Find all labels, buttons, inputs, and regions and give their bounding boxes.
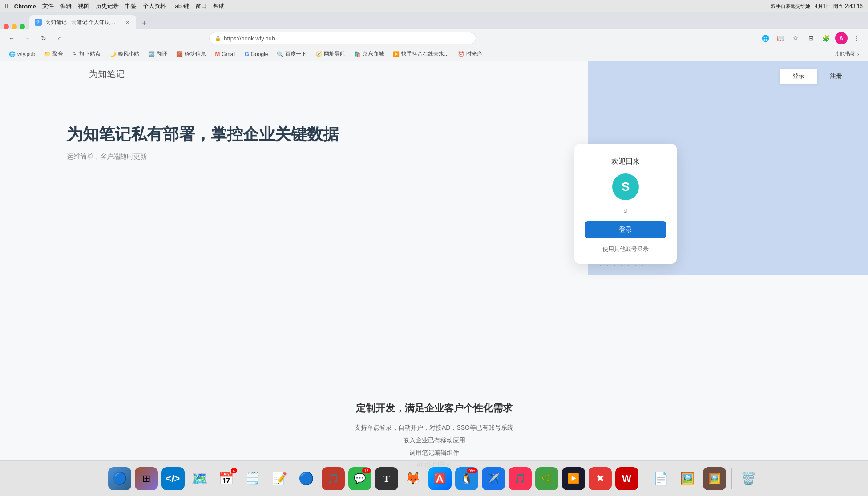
bookmark-label-12: 时光序 (466, 50, 482, 58)
qq-badge: 99+ (467, 468, 477, 473)
bookmark-translate[interactable]: 🔤 翻译 (145, 49, 171, 60)
bookmark-nav[interactable]: 🧭 网址导航 (312, 49, 349, 60)
bookmark-label-10: 京东商城 (363, 50, 384, 58)
bookmark-icon-12: ⏰ (458, 51, 464, 57)
bottom-item-1: 嵌入企业已有移动应用 (0, 436, 868, 444)
dock-trash[interactable]: 🗑️ (737, 467, 760, 490)
maximize-btn[interactable] (20, 24, 25, 29)
website-content: 登录 注册 为知笔记 为知笔记私有部署，掌控企业关键数据 运维简单，客户端随时更… (0, 61, 868, 496)
bookmark-icon-2: 🏳 (72, 51, 77, 57)
bookmark-kuaishou[interactable]: ▶️ 快手抖音在线去水... (389, 49, 452, 60)
dock-calendar[interactable]: 📅 4 (215, 467, 238, 490)
bookmark-baidu[interactable]: 🔍 百度一下 (273, 49, 310, 60)
dock-qq[interactable]: 🐧 99+ (455, 467, 478, 490)
dock-netease[interactable]: 🎵 (322, 467, 345, 490)
bookmark-icon-11: ▶️ (393, 51, 400, 57)
dock-chrome[interactable]: 🔵 (295, 467, 318, 490)
dock-doc[interactable]: 📄 (650, 467, 673, 490)
new-tab-btn[interactable]: + (138, 17, 150, 29)
dock-wechat[interactable]: 💬 17 (348, 467, 371, 490)
bookmark-jd[interactable]: 🛍️ 京东商城 (351, 49, 388, 60)
extension-btn[interactable]: 🧩 (820, 32, 832, 44)
chevron-down-icon: › (857, 51, 859, 57)
login-button[interactable]: 登录 (585, 221, 666, 238)
dock-maps[interactable]: 🗺️ (188, 467, 211, 490)
address-bar[interactable]: 🔒 https://book.wfy.pub (209, 32, 476, 44)
dock-app7[interactable]: 🌿 (535, 467, 558, 490)
calendar-badge: 4 (231, 468, 237, 473)
translate-btn[interactable]: 🌐 (759, 32, 772, 44)
dock-finder[interactable]: 🔵 (108, 467, 131, 490)
tab-close-btn[interactable]: ✕ (124, 19, 131, 26)
sidebar-btn[interactable]: ⊞ (805, 32, 817, 44)
other-login-link[interactable]: 使用其他账号登录 (602, 245, 649, 253)
profile-avatar[interactable]: A (835, 32, 848, 44)
menu-view[interactable]: 视图 (78, 2, 89, 10)
dock-photos[interactable]: 🖼️ (676, 467, 699, 490)
menubar:  Chrome 文件 编辑 视图 历史记录 书签 个人资料 Tab 键 窗口 … (0, 0, 868, 12)
menu-bookmarks[interactable]: 书签 (125, 2, 137, 10)
status-text: 双手自豪地交给她 (771, 3, 810, 10)
lock-icon: 🔒 (215, 36, 221, 41)
bookmark-star-btn[interactable]: ☆ (790, 32, 802, 44)
dock-app13[interactable]: 🖼️ (703, 467, 726, 490)
dock-testflight[interactable]: ✈️ (482, 467, 505, 490)
tab-favicon: 为 (35, 19, 42, 26)
dock: 🔵 ⊞ </> 🗺️ 📅 4 🗒️ 📝 🔵 🎵 💬 17 T 🦊 (0, 460, 868, 496)
menu-tab[interactable]: Tab 键 (172, 2, 189, 10)
site-navigation: 登录 注册 (735, 61, 868, 90)
menu-file[interactable]: 文件 (42, 2, 54, 10)
bookmark-label-2: 旗下站点 (79, 50, 101, 58)
dock-typora[interactable]: T (375, 467, 398, 490)
dock-wps[interactable]: W (615, 467, 638, 490)
bookmark-google[interactable]: G Google (241, 49, 272, 60)
tab-active[interactable]: 为 为知笔记 | 云笔记,个人知识管理... ✕ (29, 15, 136, 29)
register-nav-btn[interactable]: 注册 (817, 69, 855, 84)
dock-appstore[interactable]: 🅰️ (428, 467, 452, 490)
menu-edit[interactable]: 编辑 (60, 2, 72, 10)
bookmark-wfxz[interactable]: 🌙 晚风小站 (106, 49, 143, 60)
dock-firefox[interactable]: 🦊 (402, 467, 425, 490)
login-nav-btn[interactable]: 登录 (780, 69, 817, 84)
bookmark-icon-1: 📁 (44, 51, 51, 57)
dock-player[interactable]: ▶️ (562, 467, 585, 490)
bookmark-qxzd[interactable]: 🏳 旗下站点 (69, 49, 104, 60)
hero-text-block: 为知笔记私有部署，掌控企业关键数据 运维简单，客户端随时更新 (67, 124, 801, 161)
dock-notes[interactable]: 🗒️ (242, 467, 265, 490)
minimize-btn[interactable] (12, 24, 17, 29)
bookmark-label-3: 晚风小站 (118, 50, 139, 58)
bookmark-label-6: Gmail (222, 51, 235, 57)
dock-music[interactable]: 🎵 (509, 467, 532, 490)
bookmark-suikuai[interactable]: 🧱 碎块信息 (173, 49, 210, 60)
url-text: https://book.wfy.pub (224, 35, 275, 42)
more-btn[interactable]: ⋮ (850, 32, 863, 44)
menu-history[interactable]: 历史记录 (96, 2, 119, 10)
bookmark-shiguangxu[interactable]: ⏰ 时光序 (454, 49, 486, 60)
close-btn[interactable] (4, 24, 9, 29)
bookmark-wfy[interactable]: 🌐 wfy.pub (5, 49, 39, 60)
dock-vscode[interactable]: </> (161, 467, 185, 490)
bookmark-label-1: 聚合 (52, 50, 63, 58)
bookmarks-bar: 🌐 wfy.pub 📁 聚合 🏳 旗下站点 🌙 晚风小站 🔤 翻译 🧱 碎块信息… (0, 47, 868, 61)
reload-btn[interactable]: ↻ (37, 32, 50, 44)
bookmark-gmail[interactable]: M Gmail (211, 49, 239, 60)
tab-title: 为知笔记 | 云笔记,个人知识管理... (45, 19, 120, 26)
bookmark-more[interactable]: 其他书签 › (831, 49, 863, 60)
menu-help[interactable]: 帮助 (213, 2, 225, 10)
apple-menu[interactable]:  (5, 2, 8, 10)
dock-app9[interactable]: ✖ (589, 467, 612, 490)
dock-stickies[interactable]: 📝 (268, 467, 291, 490)
read-mode-btn[interactable]: 📖 (775, 32, 787, 44)
dock-launchpad[interactable]: ⊞ (135, 467, 158, 490)
bookmark-icon-0: 🌐 (9, 51, 16, 57)
bookmark-label-more: 其他书签 (834, 50, 856, 58)
forward-btn[interactable]: → (21, 32, 34, 44)
back-btn[interactable]: ← (5, 32, 18, 44)
bookmark-label-8: 百度一下 (285, 50, 307, 58)
app-name[interactable]: Chrome (14, 3, 36, 10)
username-label: sl (623, 207, 627, 214)
bookmark-jh[interactable]: 📁 聚合 (40, 49, 67, 60)
menu-profile[interactable]: 个人资料 (143, 2, 166, 10)
menu-window[interactable]: 窗口 (195, 2, 207, 10)
home-btn[interactable]: ⌂ (53, 32, 66, 44)
